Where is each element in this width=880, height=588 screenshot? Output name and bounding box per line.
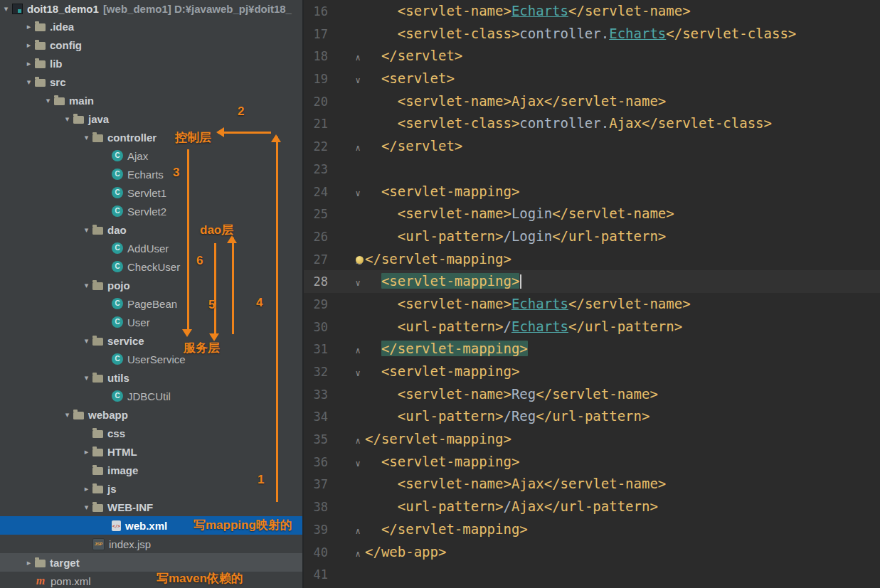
- fold-open-icon[interactable]: ∨: [352, 363, 364, 385]
- tree-item-webapp[interactable]: ▾webapp: [0, 405, 302, 424]
- tree-item-servlet1[interactable]: CServlet1: [0, 183, 302, 202]
- chevron-expanded-icon[interactable]: ▾: [80, 225, 92, 235]
- fold-close-icon[interactable]: ∧: [352, 543, 364, 566]
- folder-icon: [35, 60, 46, 68]
- code-line-37[interactable]: 37 <servlet-name>Ajax</servlet-name>: [304, 473, 880, 496]
- code-line-34[interactable]: 34 <url-pattern>/Reg</url-pattern>: [304, 405, 880, 428]
- chevron-collapsed-icon[interactable]: ▸: [80, 447, 92, 456]
- tree-item-web-xml[interactable]: </>web.xml: [0, 516, 302, 535]
- fold-open-icon[interactable]: ∨: [352, 183, 364, 205]
- code-line-33[interactable]: 33 <servlet-name>Reg</servlet-name>: [304, 383, 880, 406]
- tree-item-css[interactable]: css: [0, 424, 302, 442]
- fold-close-icon[interactable]: ∧: [352, 340, 364, 363]
- code-line-18[interactable]: 18∧ </servlet>: [304, 45, 880, 68]
- tree-item-image[interactable]: image: [0, 461, 302, 479]
- code-token: /: [503, 498, 511, 514]
- fold-open-icon[interactable]: ∨: [352, 70, 364, 92]
- fold-close-icon[interactable]: ∧: [352, 430, 364, 453]
- code-line-36[interactable]: 36∨ <servlet-mapping>: [304, 451, 880, 474]
- tree-item-pojo[interactable]: ▾pojo: [0, 276, 302, 294]
- code-token: Echarts: [511, 296, 568, 311]
- chevron-expanded-icon[interactable]: ▾: [80, 503, 92, 512]
- code-line-39[interactable]: 39∧ </servlet-mapping>: [304, 518, 880, 541]
- tree-item-index-jsp[interactable]: JSPindex.jsp: [0, 535, 302, 553]
- code-token: Echarts: [511, 319, 568, 334]
- code-line-29[interactable]: 29 <servlet-name>Echarts</servlet-name>: [304, 293, 880, 316]
- code-line-35[interactable]: 35∧</servlet-mapping>: [304, 428, 880, 451]
- chevron-expanded-icon[interactable]: ▾: [61, 114, 73, 124]
- code-line-26[interactable]: 26 <url-pattern>/Login</url-pattern>: [304, 225, 880, 248]
- code-line-41[interactable]: 41: [304, 563, 880, 586]
- code-line-16[interactable]: 16 <servlet-name>Echarts</servlet-name>: [304, 0, 880, 23]
- tree-item-utils[interactable]: ▾utils: [0, 368, 302, 387]
- code-line-30[interactable]: 30 <url-pattern>/Echarts</url-pattern>: [304, 316, 880, 338]
- tree-item-controller[interactable]: ▾controller: [0, 128, 302, 146]
- code-line-19[interactable]: 19∨ <servlet>: [304, 68, 880, 90]
- chevron-expanded-icon[interactable]: ▾: [80, 281, 92, 290]
- tree-item-target[interactable]: ▸target: [0, 553, 302, 572]
- folder-icon: [73, 412, 84, 419]
- tree-item-echarts[interactable]: CEcharts: [0, 165, 302, 183]
- code-line-21[interactable]: 21 <servlet-class>controller.Ajax</servl…: [304, 112, 880, 135]
- tree-item-dao[interactable]: ▾dao: [0, 220, 302, 239]
- chevron-collapsed-icon[interactable]: ▸: [23, 59, 35, 68]
- code-line-23[interactable]: 23: [304, 158, 880, 181]
- fold-open-icon[interactable]: ∨: [352, 453, 364, 476]
- tree-item-pom-xml[interactable]: mpom.xml: [0, 572, 302, 588]
- code-line-32[interactable]: 32∨ <servlet-mapping>: [304, 360, 880, 383]
- tree-item-web-inf[interactable]: ▾WEB-INF: [0, 498, 302, 516]
- tree-item-lib[interactable]: ▸lib: [0, 54, 302, 73]
- chevron-expanded-icon[interactable]: ▾: [0, 4, 12, 14]
- tree-item-user[interactable]: CUser: [0, 313, 302, 331]
- tree-item-project-root[interactable]: ▾ doit18_demo1 [web_demo1] D:¥javaweb_pj…: [0, 0, 302, 17]
- code-line-38[interactable]: 38 <url-pattern>/Ajax</url-pattern>: [304, 496, 880, 518]
- fold-close-icon[interactable]: ∧: [352, 47, 364, 70]
- chevron-collapsed-icon[interactable]: ▸: [80, 484, 92, 493]
- code-token: </url-pattern>: [536, 408, 650, 424]
- code-line-27[interactable]: 27∧</servlet-mapping>: [304, 248, 880, 271]
- code-token: </servlet-mapping>: [381, 521, 528, 537]
- fold-open-icon[interactable]: ∨: [352, 272, 364, 295]
- chevron-expanded-icon[interactable]: ▾: [61, 410, 73, 419]
- intention-bulb-icon[interactable]: [356, 256, 364, 264]
- code-line-28[interactable]: 28∨ <servlet-mapping>: [304, 270, 880, 293]
- chevron-expanded-icon[interactable]: ▾: [42, 96, 54, 105]
- code-line-22[interactable]: 22∧ </servlet>: [304, 135, 880, 158]
- tree-item-checkuser[interactable]: CCheckUser: [0, 257, 302, 276]
- chevron-expanded-icon[interactable]: ▾: [80, 133, 92, 142]
- chevron-collapsed-icon[interactable]: ▸: [23, 22, 35, 31]
- tree-item--idea[interactable]: ▸.idea: [0, 17, 302, 36]
- code-token: Login: [511, 205, 552, 221]
- code-line-40[interactable]: 40∧</web-app>: [304, 541, 880, 564]
- code-line-25[interactable]: 25 <servlet-name>Login</servlet-name>: [304, 203, 880, 225]
- tree-item-jdbcutil[interactable]: CJDBCUtil: [0, 387, 302, 405]
- fold-close-icon[interactable]: ∧: [352, 137, 364, 160]
- tree-item-service[interactable]: ▾service: [0, 331, 302, 350]
- tree-item-servlet2[interactable]: CServlet2: [0, 202, 302, 220]
- tree-item-js[interactable]: ▸js: [0, 479, 302, 498]
- code-line-31[interactable]: 31∧ </servlet-mapping>: [304, 338, 880, 360]
- code-line-17[interactable]: 17 <servlet-class>controller.Echarts</se…: [304, 23, 880, 46]
- tree-item-label: service: [107, 335, 144, 347]
- tree-item-html[interactable]: ▸HTML: [0, 442, 302, 461]
- code-line-24[interactable]: 24∨ <servlet-mapping>: [304, 181, 880, 203]
- fold-close-icon[interactable]: ∧: [352, 520, 364, 543]
- code-text: <servlet-class>controller.Ajax</servlet-…: [365, 115, 772, 131]
- chevron-collapsed-icon[interactable]: ▸: [23, 558, 35, 567]
- tree-item-ajax[interactable]: CAjax: [0, 146, 302, 165]
- tree-item-adduser[interactable]: CAddUser: [0, 239, 302, 257]
- tree-item-java[interactable]: ▾java: [0, 109, 302, 128]
- tree-item-config[interactable]: ▸config: [0, 36, 302, 54]
- tree-item-src[interactable]: ▾src: [0, 73, 302, 91]
- tree-item-userservice[interactable]: CUserService: [0, 350, 302, 368]
- code-line-20[interactable]: 20 <servlet-name>Ajax</servlet-name>: [304, 90, 880, 113]
- tree-item-pagebean[interactable]: CPageBean: [0, 294, 302, 313]
- class-icon: C: [112, 150, 123, 161]
- chevron-expanded-icon[interactable]: ▾: [80, 373, 92, 383]
- chevron-expanded-icon[interactable]: ▾: [80, 336, 92, 346]
- editor-pane[interactable]: 16 <servlet-name>Echarts</servlet-name>1…: [304, 0, 880, 588]
- code-token: </url-pattern>: [552, 228, 666, 244]
- chevron-collapsed-icon[interactable]: ▸: [23, 41, 35, 50]
- chevron-expanded-icon[interactable]: ▾: [23, 77, 35, 87]
- tree-item-main[interactable]: ▾main: [0, 91, 302, 109]
